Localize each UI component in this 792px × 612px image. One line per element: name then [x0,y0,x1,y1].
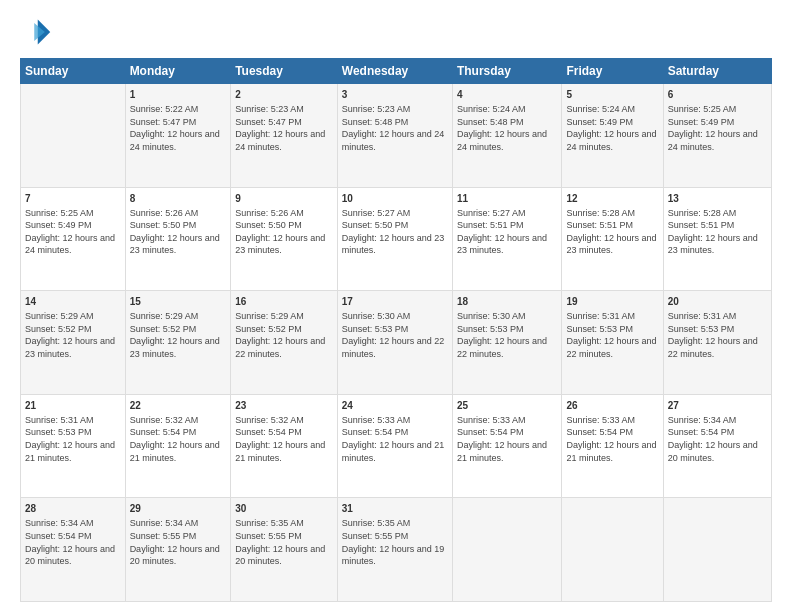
sunset-text: Sunset: 5:50 PM [130,219,227,232]
day-cell: 20Sunrise: 5:31 AMSunset: 5:53 PMDayligh… [663,291,771,395]
daylight-text: Daylight: 12 hours and 22 minutes. [668,335,767,360]
daylight-text: Daylight: 12 hours and 21 minutes. [566,439,658,464]
sunset-text: Sunset: 5:49 PM [25,219,121,232]
sunset-text: Sunset: 5:52 PM [25,323,121,336]
day-number: 17 [342,295,448,309]
daylight-text: Daylight: 12 hours and 23 minutes. [668,232,767,257]
sunrise-text: Sunrise: 5:24 AM [457,103,557,116]
day-cell: 8Sunrise: 5:26 AMSunset: 5:50 PMDaylight… [125,187,231,291]
day-cell: 5Sunrise: 5:24 AMSunset: 5:49 PMDaylight… [562,84,663,188]
day-cell: 18Sunrise: 5:30 AMSunset: 5:53 PMDayligh… [452,291,561,395]
week-row-5: 28Sunrise: 5:34 AMSunset: 5:54 PMDayligh… [21,498,772,602]
sunset-text: Sunset: 5:54 PM [668,426,767,439]
header [20,16,772,48]
day-number: 1 [130,88,227,102]
day-number: 3 [342,88,448,102]
week-row-2: 7Sunrise: 5:25 AMSunset: 5:49 PMDaylight… [21,187,772,291]
daylight-text: Daylight: 12 hours and 24 minutes. [668,128,767,153]
sunset-text: Sunset: 5:49 PM [668,116,767,129]
daylight-text: Daylight: 12 hours and 23 minutes. [130,232,227,257]
day-number: 9 [235,192,333,206]
sunset-text: Sunset: 5:53 PM [668,323,767,336]
day-number: 24 [342,399,448,413]
daylight-text: Daylight: 12 hours and 22 minutes. [342,335,448,360]
sunset-text: Sunset: 5:47 PM [130,116,227,129]
sunrise-text: Sunrise: 5:29 AM [25,310,121,323]
sunrise-text: Sunrise: 5:25 AM [25,207,121,220]
sunrise-text: Sunrise: 5:28 AM [566,207,658,220]
sunset-text: Sunset: 5:55 PM [235,530,333,543]
day-cell: 10Sunrise: 5:27 AMSunset: 5:50 PMDayligh… [337,187,452,291]
sunrise-text: Sunrise: 5:32 AM [130,414,227,427]
day-cell: 2Sunrise: 5:23 AMSunset: 5:47 PMDaylight… [231,84,338,188]
sunset-text: Sunset: 5:49 PM [566,116,658,129]
daylight-text: Daylight: 12 hours and 21 minutes. [342,439,448,464]
daylight-text: Daylight: 12 hours and 23 minutes. [457,232,557,257]
day-cell [562,498,663,602]
sunset-text: Sunset: 5:55 PM [130,530,227,543]
day-number: 31 [342,502,448,516]
daylight-text: Daylight: 12 hours and 23 minutes. [25,335,121,360]
daylight-text: Daylight: 12 hours and 21 minutes. [25,439,121,464]
week-row-3: 14Sunrise: 5:29 AMSunset: 5:52 PMDayligh… [21,291,772,395]
sunrise-text: Sunrise: 5:30 AM [457,310,557,323]
day-number: 21 [25,399,121,413]
sunset-text: Sunset: 5:50 PM [342,219,448,232]
daylight-text: Daylight: 12 hours and 24 minutes. [25,232,121,257]
day-cell: 3Sunrise: 5:23 AMSunset: 5:48 PMDaylight… [337,84,452,188]
day-number: 23 [235,399,333,413]
sunset-text: Sunset: 5:48 PM [342,116,448,129]
week-row-1: 1Sunrise: 5:22 AMSunset: 5:47 PMDaylight… [21,84,772,188]
sunset-text: Sunset: 5:53 PM [566,323,658,336]
sunrise-text: Sunrise: 5:22 AM [130,103,227,116]
day-cell: 23Sunrise: 5:32 AMSunset: 5:54 PMDayligh… [231,394,338,498]
day-number: 18 [457,295,557,309]
daylight-text: Daylight: 12 hours and 21 minutes. [457,439,557,464]
daylight-text: Daylight: 12 hours and 21 minutes. [235,439,333,464]
daylight-text: Daylight: 12 hours and 24 minutes. [457,128,557,153]
daylight-text: Daylight: 12 hours and 23 minutes. [566,232,658,257]
day-cell: 22Sunrise: 5:32 AMSunset: 5:54 PMDayligh… [125,394,231,498]
day-number: 12 [566,192,658,206]
sunrise-text: Sunrise: 5:34 AM [25,517,121,530]
sunrise-text: Sunrise: 5:33 AM [342,414,448,427]
daylight-text: Daylight: 12 hours and 22 minutes. [457,335,557,360]
calendar-table: SundayMondayTuesdayWednesdayThursdayFrid… [20,58,772,602]
day-cell: 15Sunrise: 5:29 AMSunset: 5:52 PMDayligh… [125,291,231,395]
sunset-text: Sunset: 5:54 PM [25,530,121,543]
sunrise-text: Sunrise: 5:28 AM [668,207,767,220]
daylight-text: Daylight: 12 hours and 24 minutes. [130,128,227,153]
day-number: 19 [566,295,658,309]
sunrise-text: Sunrise: 5:31 AM [668,310,767,323]
header-row: SundayMondayTuesdayWednesdayThursdayFrid… [21,59,772,84]
day-number: 10 [342,192,448,206]
day-number: 20 [668,295,767,309]
day-cell [21,84,126,188]
sunset-text: Sunset: 5:53 PM [342,323,448,336]
sunrise-text: Sunrise: 5:23 AM [342,103,448,116]
sunset-text: Sunset: 5:48 PM [457,116,557,129]
sunrise-text: Sunrise: 5:26 AM [235,207,333,220]
logo [20,16,56,48]
col-header-saturday: Saturday [663,59,771,84]
day-cell: 12Sunrise: 5:28 AMSunset: 5:51 PMDayligh… [562,187,663,291]
sunset-text: Sunset: 5:47 PM [235,116,333,129]
day-number: 11 [457,192,557,206]
sunset-text: Sunset: 5:53 PM [25,426,121,439]
sunrise-text: Sunrise: 5:35 AM [342,517,448,530]
sunset-text: Sunset: 5:51 PM [457,219,557,232]
day-cell: 6Sunrise: 5:25 AMSunset: 5:49 PMDaylight… [663,84,771,188]
sunrise-text: Sunrise: 5:27 AM [457,207,557,220]
daylight-text: Daylight: 12 hours and 20 minutes. [235,543,333,568]
sunset-text: Sunset: 5:52 PM [130,323,227,336]
day-cell: 9Sunrise: 5:26 AMSunset: 5:50 PMDaylight… [231,187,338,291]
daylight-text: Daylight: 12 hours and 20 minutes. [25,543,121,568]
day-number: 7 [25,192,121,206]
day-cell: 25Sunrise: 5:33 AMSunset: 5:54 PMDayligh… [452,394,561,498]
day-cell: 13Sunrise: 5:28 AMSunset: 5:51 PMDayligh… [663,187,771,291]
daylight-text: Daylight: 12 hours and 23 minutes. [130,335,227,360]
sunrise-text: Sunrise: 5:31 AM [25,414,121,427]
week-row-4: 21Sunrise: 5:31 AMSunset: 5:53 PMDayligh… [21,394,772,498]
sunset-text: Sunset: 5:54 PM [457,426,557,439]
sunrise-text: Sunrise: 5:23 AM [235,103,333,116]
